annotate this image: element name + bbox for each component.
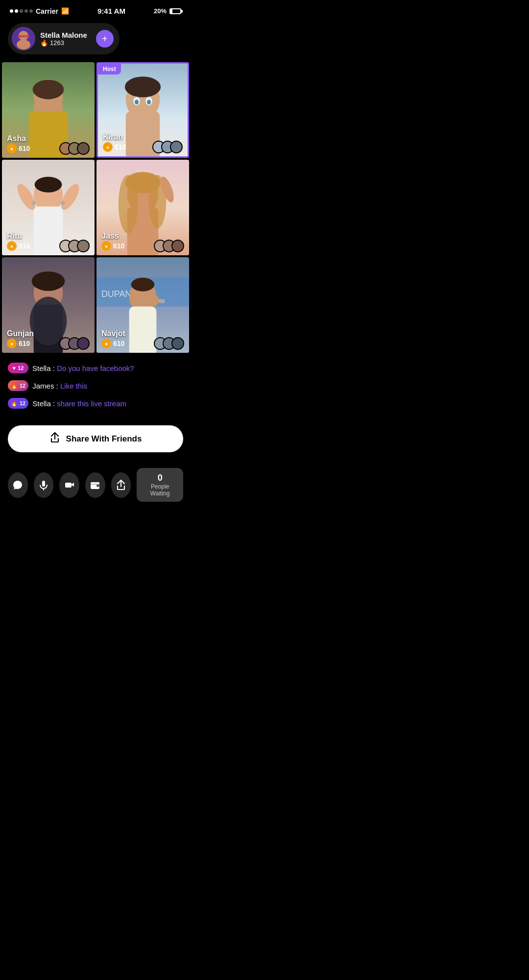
viewer-avatar — [77, 142, 90, 155]
svg-rect-4 — [24, 35, 29, 38]
svg-point-8 — [33, 80, 64, 99]
score-navjot: ● 610 — [101, 339, 124, 348]
svg-point-25 — [32, 201, 36, 205]
badge-icon-1: ♥ — [13, 365, 16, 371]
coin-icon: ● — [101, 241, 111, 251]
status-right: 20% — [154, 7, 181, 15]
dot-3 — [20, 9, 23, 13]
cell-kiran[interactable]: Host Kiran ● 610 — [96, 62, 189, 158]
status-left: Carrier 📶 — [10, 7, 69, 15]
stream-grid: Asha ● 610 — [2, 62, 189, 353]
viewer-avatar — [170, 141, 183, 153]
viewers-kiran — [152, 141, 183, 153]
coin-icon: ● — [7, 339, 17, 348]
dot-5 — [29, 9, 33, 13]
coin-icon: ● — [101, 339, 111, 348]
chat-area: ♥ 12 Stella : Do you have facebook? 🔥 12… — [0, 353, 191, 420]
cell-gunjan[interactable]: Gunjan ● 610 — [2, 257, 95, 353]
viewers-asha — [59, 142, 90, 155]
svg-rect-3 — [18, 35, 23, 38]
share-icon-button[interactable] — [111, 472, 131, 498]
people-waiting-count: 0 — [144, 473, 175, 483]
coin-icon: ● — [103, 142, 113, 152]
battery-percent: 20% — [154, 7, 167, 15]
coin-icon: ● — [7, 144, 17, 153]
mic-button[interactable] — [34, 472, 54, 498]
bottom-kiran: ● 610 — [103, 141, 183, 153]
people-waiting-label: People Waiting — [144, 483, 175, 497]
bottom-gunjan: ● 610 — [7, 337, 90, 350]
svg-point-21 — [35, 177, 62, 193]
share-with-friends-button[interactable]: Share With Friends — [8, 425, 183, 452]
chat-badge-2: 🔥 12 — [8, 380, 28, 391]
add-button[interactable]: + — [96, 30, 114, 48]
viewers-ritu — [59, 240, 90, 252]
viewers-gunjan — [59, 337, 90, 350]
viewer-avatar — [171, 337, 184, 350]
viewer-avatar — [171, 240, 184, 252]
bottom-navjot: ● 610 — [101, 337, 184, 350]
badge-icon-3: 🔥 — [11, 400, 18, 407]
chat-message-2: 🔥 12 James : Like this — [8, 380, 183, 391]
share-icon — [49, 432, 60, 445]
chat-text-2: James : Like this — [32, 382, 87, 390]
wifi-icon: 📶 — [61, 7, 69, 15]
battery-icon — [169, 8, 181, 14]
bottom-asha: ● 610 — [7, 142, 90, 155]
bottom-ritu: ● 610 — [7, 240, 90, 252]
svg-point-26 — [61, 201, 65, 205]
score-gunjan: ● 610 — [7, 339, 30, 348]
svg-point-13 — [125, 76, 161, 97]
viewers-navjot — [154, 337, 184, 350]
score-jass: ● 610 — [101, 241, 124, 251]
cell-navjot[interactable]: DUPANCA Navjot ● 610 — [96, 257, 189, 353]
dot-2 — [15, 9, 18, 13]
dot-4 — [24, 9, 28, 13]
svg-rect-51 — [96, 484, 99, 487]
svg-rect-47 — [42, 481, 45, 487]
chat-badge-3: 🔥 12 — [8, 398, 28, 409]
chat-button[interactable] — [8, 472, 28, 498]
bottom-bar: 0 People Waiting — [0, 462, 191, 512]
carrier-label: Carrier — [36, 7, 58, 15]
svg-rect-46 — [159, 299, 165, 303]
cell-ritu[interactable]: Ritu ● 610 — [2, 160, 95, 255]
wallet-button[interactable] — [85, 472, 105, 498]
share-button-label: Share With Friends — [66, 434, 142, 444]
host-badge: Host — [98, 64, 121, 74]
flame-icon: 🔥 — [40, 39, 48, 47]
badge-num-1: 12 — [18, 365, 24, 371]
chat-message-1: ♥ 12 Stella : Do you have facebook? — [8, 363, 183, 373]
viewer-avatar — [77, 337, 90, 350]
badge-num-2: 12 — [20, 383, 25, 389]
viewer-avatar — [77, 240, 90, 252]
score-asha: ● 610 — [7, 144, 30, 153]
badge-icon-2: 🔥 — [11, 383, 18, 389]
user-score: 🔥 1263 — [40, 39, 87, 47]
svg-rect-49 — [65, 483, 72, 488]
user-name: Stella Malone — [40, 31, 87, 39]
chat-badge-1: ♥ 12 — [8, 363, 28, 373]
svg-point-18 — [147, 99, 151, 104]
chat-message-3: 🔥 12 Stella : share this live stream — [8, 398, 183, 409]
user-info: Stella Malone 🔥 1263 — [40, 31, 87, 47]
svg-point-2 — [17, 40, 30, 49]
chat-text-3: Stella : share this live stream — [32, 399, 126, 408]
people-waiting: 0 People Waiting — [137, 468, 183, 502]
cell-jass[interactable]: Jass ● 610 — [96, 160, 189, 255]
coin-icon: ● — [7, 241, 17, 251]
cell-asha[interactable]: Asha ● 610 — [2, 62, 95, 158]
chat-text-1: Stella : Do you have facebook? — [32, 364, 134, 372]
dot-1 — [10, 9, 13, 13]
svg-point-43 — [131, 278, 155, 292]
status-bar: Carrier 📶 9:41 AM 20% — [0, 0, 191, 19]
svg-point-31 — [119, 175, 138, 233]
svg-point-36 — [32, 271, 65, 291]
signal-dots — [10, 9, 33, 13]
avatar — [12, 27, 35, 50]
viewers-jass — [154, 240, 184, 252]
score-ritu: ● 610 — [7, 241, 30, 251]
bottom-jass: ● 610 — [101, 240, 184, 252]
badge-num-3: 12 — [20, 400, 25, 406]
video-button[interactable] — [59, 472, 79, 498]
